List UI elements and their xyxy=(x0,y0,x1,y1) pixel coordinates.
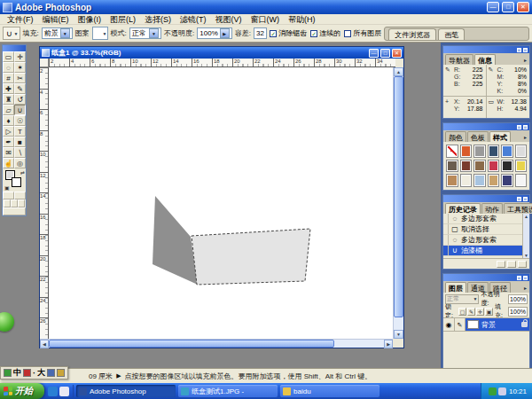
well-tab-0[interactable]: 文件浏览器 xyxy=(388,28,436,40)
fullscreen-menubar-button[interactable] xyxy=(11,200,18,207)
v-scrollbar[interactable]: ▲ ▼ xyxy=(393,67,403,339)
layers-opacity-input[interactable]: 100% xyxy=(508,294,528,304)
slider-arrow-icon[interactable]: ▶ xyxy=(220,28,230,38)
standard-screen-button[interactable] xyxy=(4,200,11,207)
layers-palette-title-strip[interactable] xyxy=(443,274,529,281)
style-swatch-9[interactable] xyxy=(488,160,500,173)
option-checkbox-2[interactable]: 所有图层 xyxy=(344,28,381,38)
tool-blur[interactable]: ♦ xyxy=(3,115,14,126)
standard-mode-button[interactable] xyxy=(3,192,14,200)
tool-zoom[interactable]: ◎ xyxy=(14,158,26,168)
background-color-swatch[interactable] xyxy=(12,177,21,187)
taskbar-task-1[interactable]: 纸盒测试1.JPG - xyxy=(178,385,278,397)
scroll-left-icon[interactable]: ◀ xyxy=(40,340,49,348)
quick-launch-icon-1[interactable] xyxy=(59,387,69,396)
menu-item-2[interactable]: 图像(I) xyxy=(74,14,106,25)
quick-mask-button[interactable] xyxy=(14,192,26,200)
tool-pen[interactable]: ✒ xyxy=(3,137,14,147)
tool-eyedropper[interactable]: ∖ xyxy=(14,147,26,158)
minimize-button[interactable]: — xyxy=(487,2,499,12)
history-snapshot-well[interactable] xyxy=(443,246,449,255)
palette-close-button[interactable] xyxy=(523,48,528,52)
tool-brush[interactable]: ✎ xyxy=(14,83,26,94)
fill-select[interactable]: 前景 ▼ xyxy=(42,27,73,39)
tool-paint-bucket[interactable]: ∪ xyxy=(14,105,26,115)
palette-menu-icon[interactable]: ▸ xyxy=(521,285,529,293)
layer-selected-area[interactable]: 背景 xyxy=(466,318,529,331)
ime-icon-0[interactable] xyxy=(4,369,12,377)
canvas[interactable] xyxy=(49,67,393,339)
tray-icon-1[interactable] xyxy=(498,387,506,395)
history-tabs-2[interactable]: 工具预设 xyxy=(504,203,532,214)
tool-rect-marquee[interactable]: ▭ xyxy=(3,51,14,62)
taskbar-task-2[interactable]: baidu xyxy=(280,385,379,397)
style-swatch-4[interactable] xyxy=(501,145,513,158)
new-snapshot-button[interactable] xyxy=(507,261,516,268)
doc-minimize-button[interactable]: — xyxy=(369,49,379,58)
visibility-eye-icon[interactable]: ◉ xyxy=(443,318,455,331)
palette-close-button[interactable] xyxy=(523,125,528,129)
tray-clock[interactable]: 10:21 xyxy=(509,387,527,395)
h-scrollbar[interactable]: ◀ ▶ xyxy=(40,339,393,348)
style-swatch-0[interactable] xyxy=(446,145,458,158)
layers-tabs-0[interactable]: 图层 xyxy=(445,282,466,293)
quick-launch-icon-0[interactable] xyxy=(48,387,58,396)
tool-clone-stamp[interactable]: ♜ xyxy=(3,94,14,105)
tool-history-brush[interactable]: ↺ xyxy=(14,94,26,105)
history-snapshot-well[interactable] xyxy=(443,214,449,223)
palette-menu-icon[interactable]: ▸ xyxy=(521,134,529,142)
fullscreen-button[interactable] xyxy=(18,200,25,207)
jump-to-imageready-button[interactable] xyxy=(3,207,26,215)
menu-item-3[interactable]: 图层(L) xyxy=(106,14,140,25)
tool-lasso[interactable]: ◌ xyxy=(3,62,14,73)
tool-preset-picker[interactable]: ∪ ▼ xyxy=(3,27,20,40)
history-item-1[interactable]: ▢取消选择 xyxy=(443,224,522,235)
menu-item-6[interactable]: 视图(V) xyxy=(211,14,246,25)
tray-icon-0[interactable] xyxy=(489,387,497,395)
tool-path-select[interactable]: ▷ xyxy=(3,126,14,137)
styles-palette-title-strip[interactable] xyxy=(443,123,529,130)
scroll-right-icon[interactable]: ▶ xyxy=(384,340,393,348)
style-swatch-5[interactable] xyxy=(515,145,528,158)
style-swatch-17[interactable] xyxy=(515,174,528,187)
taskbar-task-0[interactable]: Adobe Photoshop xyxy=(76,385,176,397)
chevron-down-icon[interactable]: ▼ xyxy=(60,28,70,38)
history-item-2[interactable]: ◌多边形套索 xyxy=(443,235,522,246)
ime-icon-2[interactable] xyxy=(23,369,31,377)
ime-text-1[interactable]: 中 xyxy=(13,367,21,379)
scroll-up-icon[interactable]: ▲ xyxy=(394,67,403,76)
document-title-bar[interactable]: 纸盒1 @ 33.7%(RGB) — □ ✕ xyxy=(40,47,403,59)
ime-text-3[interactable]: · xyxy=(33,369,35,378)
new-document-from-state-button[interactable] xyxy=(497,261,505,268)
doc-close-button[interactable]: ✕ xyxy=(392,49,402,58)
styles-tabs-2[interactable]: 样式 xyxy=(489,131,511,142)
h-scroll-thumb[interactable] xyxy=(49,340,334,348)
menu-item-5[interactable]: 滤镜(T) xyxy=(176,14,211,25)
scroll-up-icon[interactable]: ▲ xyxy=(523,214,529,219)
swap-colors-icon[interactable]: ⇄ xyxy=(20,169,25,176)
lock-toggle-icon-3[interactable]: ▣ xyxy=(485,308,493,316)
tool-notes[interactable]: ✉ xyxy=(3,147,14,158)
mode-select[interactable]: 正常 ▼ xyxy=(129,27,161,39)
palette-collapse-button[interactable] xyxy=(517,276,521,280)
delete-state-button[interactable] xyxy=(518,261,527,268)
ime-text-4[interactable]: 大 xyxy=(37,367,45,379)
tool-slice[interactable]: ✂ xyxy=(14,73,26,83)
style-swatch-16[interactable] xyxy=(501,174,513,187)
info-palette-title-strip[interactable] xyxy=(443,46,529,53)
history-item-0[interactable]: ◌多边形套索 xyxy=(443,214,522,224)
palette-collapse-button[interactable] xyxy=(517,48,521,52)
tool-healing-brush[interactable]: ✚ xyxy=(3,83,14,94)
fill-opacity-input[interactable]: 100% xyxy=(508,307,528,317)
style-swatch-6[interactable] xyxy=(446,160,458,173)
tool-crop[interactable]: # xyxy=(3,73,14,83)
style-swatch-10[interactable] xyxy=(501,160,513,173)
history-palette-title-strip[interactable] xyxy=(443,195,529,202)
ime-bar[interactable]: 中·大 xyxy=(0,366,68,379)
tool-move[interactable]: ✛ xyxy=(14,51,26,62)
tool-dodge[interactable]: ☉ xyxy=(14,115,26,126)
lock-toggle-icon-0[interactable]: ▢ xyxy=(458,308,466,316)
start-button[interactable]: 开始 xyxy=(0,383,44,399)
restore-button[interactable]: □ xyxy=(502,2,514,12)
style-swatch-1[interactable] xyxy=(460,145,473,158)
